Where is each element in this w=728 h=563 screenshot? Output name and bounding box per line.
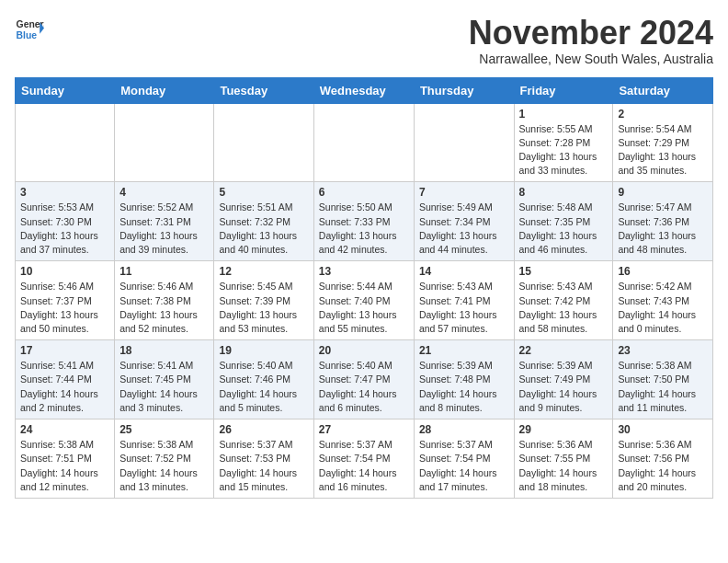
col-header-monday: Monday	[115, 77, 214, 103]
day-number: 26	[219, 423, 308, 436]
day-number: 10	[20, 265, 109, 278]
day-number: 29	[519, 423, 609, 436]
calendar-day-cell: 9Sunrise: 5:47 AMSunset: 7:36 PMDaylight…	[613, 182, 713, 261]
calendar-day-cell: 28Sunrise: 5:37 AMSunset: 7:54 PMDayligh…	[414, 419, 514, 499]
calendar-day-cell: 7Sunrise: 5:49 AMSunset: 7:34 PMDaylight…	[414, 182, 514, 261]
calendar-header-row: SundayMondayTuesdayWednesdayThursdayFrid…	[16, 77, 713, 103]
day-number: 6	[319, 186, 409, 199]
calendar-week-row: 3Sunrise: 5:53 AMSunset: 7:30 PMDaylight…	[16, 182, 713, 261]
day-info: Sunrise: 5:52 AMSunset: 7:31 PMDaylight:…	[119, 201, 209, 257]
logo: General Blue	[15, 15, 44, 44]
calendar-day-cell: 3Sunrise: 5:53 AMSunset: 7:30 PMDaylight…	[16, 182, 115, 261]
calendar-day-cell: 23Sunrise: 5:38 AMSunset: 7:50 PMDayligh…	[613, 340, 713, 419]
calendar-day-cell: 14Sunrise: 5:43 AMSunset: 7:41 PMDayligh…	[414, 261, 514, 340]
calendar-day-cell: 27Sunrise: 5:37 AMSunset: 7:54 PMDayligh…	[313, 419, 414, 499]
col-header-tuesday: Tuesday	[214, 77, 313, 103]
day-number: 19	[219, 344, 308, 357]
day-info: Sunrise: 5:50 AMSunset: 7:33 PMDaylight:…	[319, 201, 409, 257]
calendar-day-cell: 10Sunrise: 5:46 AMSunset: 7:37 PMDayligh…	[16, 261, 115, 340]
day-info: Sunrise: 5:49 AMSunset: 7:34 PMDaylight:…	[419, 201, 509, 257]
col-header-saturday: Saturday	[613, 77, 713, 103]
day-number: 20	[319, 344, 409, 357]
day-info: Sunrise: 5:45 AMSunset: 7:39 PMDaylight:…	[219, 280, 308, 336]
day-number: 17	[20, 344, 109, 357]
day-number: 30	[618, 423, 708, 436]
day-info: Sunrise: 5:37 AMSunset: 7:53 PMDaylight:…	[219, 438, 308, 494]
calendar-day-cell: 13Sunrise: 5:44 AMSunset: 7:40 PMDayligh…	[313, 261, 414, 340]
calendar-day-cell: 20Sunrise: 5:40 AMSunset: 7:47 PMDayligh…	[313, 340, 414, 419]
day-number: 27	[319, 423, 409, 436]
calendar-day-cell	[16, 103, 115, 182]
calendar-day-cell	[115, 103, 214, 182]
calendar-day-cell: 4Sunrise: 5:52 AMSunset: 7:31 PMDaylight…	[115, 182, 214, 261]
day-info: Sunrise: 5:43 AMSunset: 7:41 PMDaylight:…	[419, 280, 509, 336]
col-header-friday: Friday	[514, 77, 613, 103]
location: Narrawallee, New South Wales, Australia	[469, 52, 713, 66]
day-info: Sunrise: 5:36 AMSunset: 7:55 PMDaylight:…	[519, 438, 609, 494]
calendar-day-cell: 5Sunrise: 5:51 AMSunset: 7:32 PMDaylight…	[214, 182, 313, 261]
title-block: November 2024 Narrawallee, New South Wal…	[469, 15, 713, 66]
day-number: 2	[618, 108, 708, 121]
col-header-wednesday: Wednesday	[313, 77, 414, 103]
day-number: 12	[219, 265, 308, 278]
day-info: Sunrise: 5:54 AMSunset: 7:29 PMDaylight:…	[618, 122, 708, 178]
calendar-day-cell: 1Sunrise: 5:55 AMSunset: 7:28 PMDaylight…	[514, 103, 613, 182]
day-info: Sunrise: 5:46 AMSunset: 7:37 PMDaylight:…	[20, 280, 109, 336]
day-number: 16	[618, 265, 708, 278]
calendar-day-cell: 17Sunrise: 5:41 AMSunset: 7:44 PMDayligh…	[16, 340, 115, 419]
day-info: Sunrise: 5:47 AMSunset: 7:36 PMDaylight:…	[618, 201, 708, 257]
day-info: Sunrise: 5:48 AMSunset: 7:35 PMDaylight:…	[519, 201, 609, 257]
day-number: 8	[519, 186, 609, 199]
calendar-week-row: 1Sunrise: 5:55 AMSunset: 7:28 PMDaylight…	[16, 103, 713, 182]
day-number: 5	[219, 186, 308, 199]
day-info: Sunrise: 5:51 AMSunset: 7:32 PMDaylight:…	[219, 201, 308, 257]
day-info: Sunrise: 5:55 AMSunset: 7:28 PMDaylight:…	[519, 122, 609, 178]
day-number: 3	[20, 186, 109, 199]
calendar-day-cell: 16Sunrise: 5:42 AMSunset: 7:43 PMDayligh…	[613, 261, 713, 340]
logo-icon: General Blue	[15, 15, 44, 44]
day-info: Sunrise: 5:40 AMSunset: 7:46 PMDaylight:…	[219, 359, 308, 415]
day-info: Sunrise: 5:38 AMSunset: 7:52 PMDaylight:…	[119, 438, 209, 494]
calendar-day-cell: 8Sunrise: 5:48 AMSunset: 7:35 PMDaylight…	[514, 182, 613, 261]
day-number: 15	[519, 265, 609, 278]
calendar-day-cell: 22Sunrise: 5:39 AMSunset: 7:49 PMDayligh…	[514, 340, 613, 419]
day-info: Sunrise: 5:46 AMSunset: 7:38 PMDaylight:…	[119, 280, 209, 336]
calendar-day-cell: 12Sunrise: 5:45 AMSunset: 7:39 PMDayligh…	[214, 261, 313, 340]
page-header: General Blue November 2024 Narrawallee, …	[15, 15, 713, 66]
day-info: Sunrise: 5:44 AMSunset: 7:40 PMDaylight:…	[319, 280, 409, 336]
calendar-day-cell: 2Sunrise: 5:54 AMSunset: 7:29 PMDaylight…	[613, 103, 713, 182]
day-info: Sunrise: 5:38 AMSunset: 7:50 PMDaylight:…	[618, 359, 708, 415]
day-number: 13	[319, 265, 409, 278]
day-info: Sunrise: 5:53 AMSunset: 7:30 PMDaylight:…	[20, 201, 109, 257]
calendar-day-cell: 11Sunrise: 5:46 AMSunset: 7:38 PMDayligh…	[115, 261, 214, 340]
calendar-day-cell: 26Sunrise: 5:37 AMSunset: 7:53 PMDayligh…	[214, 419, 313, 499]
month-title: November 2024	[469, 15, 713, 52]
calendar-day-cell	[313, 103, 414, 182]
day-info: Sunrise: 5:41 AMSunset: 7:45 PMDaylight:…	[119, 359, 209, 415]
day-info: Sunrise: 5:37 AMSunset: 7:54 PMDaylight:…	[419, 438, 509, 494]
day-info: Sunrise: 5:36 AMSunset: 7:56 PMDaylight:…	[618, 438, 708, 494]
calendar-day-cell	[214, 103, 313, 182]
calendar-day-cell: 6Sunrise: 5:50 AMSunset: 7:33 PMDaylight…	[313, 182, 414, 261]
calendar-table: SundayMondayTuesdayWednesdayThursdayFrid…	[15, 77, 713, 499]
day-number: 11	[119, 265, 209, 278]
day-number: 24	[20, 423, 109, 436]
day-info: Sunrise: 5:38 AMSunset: 7:51 PMDaylight:…	[20, 438, 109, 494]
day-number: 14	[419, 265, 509, 278]
calendar-day-cell: 18Sunrise: 5:41 AMSunset: 7:45 PMDayligh…	[115, 340, 214, 419]
svg-text:Blue: Blue	[17, 30, 38, 40]
calendar-day-cell: 21Sunrise: 5:39 AMSunset: 7:48 PMDayligh…	[414, 340, 514, 419]
day-number: 1	[519, 108, 609, 121]
calendar-day-cell: 19Sunrise: 5:40 AMSunset: 7:46 PMDayligh…	[214, 340, 313, 419]
day-number: 21	[419, 344, 509, 357]
day-info: Sunrise: 5:43 AMSunset: 7:42 PMDaylight:…	[519, 280, 609, 336]
calendar-day-cell	[414, 103, 514, 182]
day-info: Sunrise: 5:42 AMSunset: 7:43 PMDaylight:…	[618, 280, 708, 336]
day-info: Sunrise: 5:41 AMSunset: 7:44 PMDaylight:…	[20, 359, 109, 415]
calendar-week-row: 24Sunrise: 5:38 AMSunset: 7:51 PMDayligh…	[16, 419, 713, 499]
day-number: 18	[119, 344, 209, 357]
day-number: 4	[119, 186, 209, 199]
col-header-sunday: Sunday	[16, 77, 115, 103]
calendar-day-cell: 30Sunrise: 5:36 AMSunset: 7:56 PMDayligh…	[613, 419, 713, 499]
day-number: 28	[419, 423, 509, 436]
